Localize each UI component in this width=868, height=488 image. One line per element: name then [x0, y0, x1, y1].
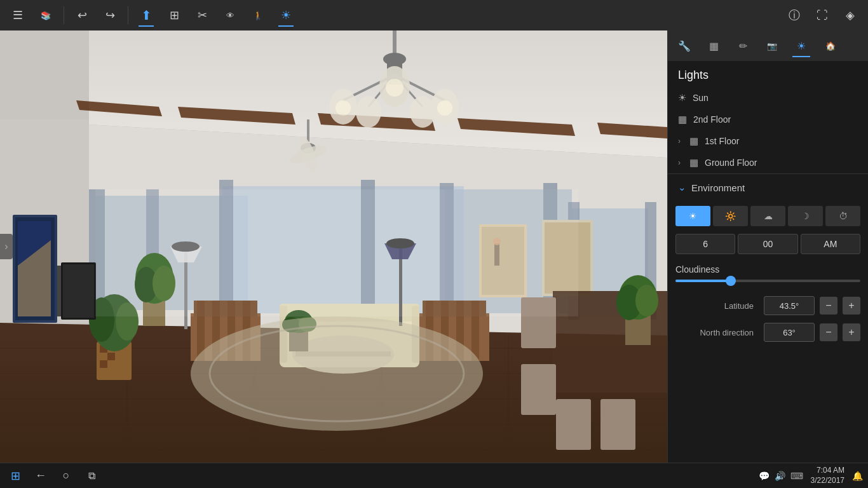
walk-button[interactable]: 🚶 [245, 3, 271, 28]
time-minutes-input[interactable]: 00 [738, 234, 797, 254]
env-moon-icon: ☽ [801, 211, 810, 221]
latitude-row: Latitude 43.5° − + [668, 292, 868, 319]
tab-tools[interactable]: 🔧 [670, 33, 698, 58]
task-view-button[interactable]: ⧉ [81, 466, 102, 486]
svg-rect-35 [393, 30, 397, 56]
tab-home[interactable]: 🏠 [817, 33, 844, 58]
sun-light-label: Sun [693, 93, 858, 103]
north-direction-row: North direction 63° − + [668, 319, 868, 346]
env-clear-icon: ☀ [689, 211, 697, 221]
1st-floor-chevron-icon: › [678, 137, 681, 146]
chat-icon[interactable]: 💬 [759, 471, 770, 481]
svg-point-45 [410, 96, 435, 128]
2nd-floor-light-icon: ▦ [678, 114, 687, 125]
cube-button[interactable]: ◈ [837, 3, 863, 28]
svg-rect-97 [100, 360, 107, 368]
menu-button[interactable]: ☰ [5, 3, 31, 28]
system-clock[interactable]: 7:04 AM 3/22/2017 [811, 466, 844, 485]
environment-section: ⌄ Environment ☀ 🔆 ☁ ☽ [668, 173, 868, 346]
ground-floor-chevron-icon: › [678, 158, 681, 167]
sun-toolbar-icon: ☀ [281, 8, 291, 22]
scissors-icon: ✂ [198, 8, 207, 22]
north-direction-increase-button[interactable]: + [843, 323, 860, 341]
time-ampm-input[interactable]: AM [801, 234, 860, 254]
redo-icon: ↪ [105, 8, 115, 22]
tab-floor[interactable]: ▦ [700, 33, 728, 58]
cloudiness-label: Cloudiness [675, 264, 860, 274]
env-clock-icon: ⏱ [839, 211, 848, 221]
top-toolbar: ☰ 📚 ↩ ↪ ⬆ ⊞ ✂ 👁 🚶 ☀ ⓘ ⛶ ◈ [0, 0, 868, 30]
latitude-increase-button[interactable]: + [843, 297, 860, 315]
redo-button[interactable]: ↪ [97, 3, 123, 28]
taskbar: ⊞ ← ○ ⧉ 💬 🔊 ⌨ 7:04 AM 3/22/2017 🔔 [0, 463, 868, 488]
lights-toolbar-button[interactable]: ☀ [273, 3, 299, 28]
svg-point-116 [191, 316, 483, 431]
info-button[interactable]: ⓘ [782, 3, 807, 28]
eye-button[interactable]: 👁 [217, 3, 243, 28]
grid-button[interactable]: ⊞ [161, 3, 187, 28]
menu-icon: ☰ [13, 8, 23, 22]
svg-point-48 [437, 100, 452, 116]
cloudiness-slider[interactable] [675, 280, 860, 282]
back-button[interactable]: ← [31, 466, 51, 486]
env-sunny-icon: 🔆 [725, 211, 736, 221]
library-button[interactable]: 📚 [33, 3, 58, 28]
viewport[interactable]: › [0, 30, 667, 463]
tab-camera[interactable]: 📷 [758, 33, 786, 58]
clock-date: 3/22/2017 [811, 476, 844, 486]
floor-tab-icon: ▦ [709, 40, 719, 52]
north-direction-input[interactable]: 63° [764, 323, 815, 342]
svg-point-112 [635, 285, 658, 316]
env-cloudy-icon: ☁ [764, 211, 773, 221]
eye-icon: 👁 [226, 11, 234, 20]
notification-icon[interactable]: 🔔 [852, 471, 863, 481]
clock-time: 7:04 AM [811, 466, 844, 476]
svg-rect-118 [95, 189, 578, 316]
1st-floor-light-label: 1st Floor [705, 136, 858, 146]
light-item-ground-floor[interactable]: › ▦ Ground Floor [668, 152, 868, 173]
env-tab-cloudy[interactable]: ☁ [750, 206, 785, 226]
keyboard-icon[interactable]: ⌨ [790, 471, 803, 481]
time-inputs: 6 00 AM [668, 231, 868, 259]
system-tray: 💬 🔊 ⌨ [759, 471, 803, 481]
collapse-left-button[interactable]: › [0, 234, 13, 259]
time-hour-input[interactable]: 6 [675, 234, 735, 254]
cloudiness-section: Cloudiness [668, 259, 868, 292]
environment-header[interactable]: ⌄ Environment [668, 174, 868, 201]
cloudiness-slider-thumb[interactable] [726, 276, 736, 286]
camera-tab-icon: 📷 [767, 41, 777, 51]
left-arrow-icon: › [4, 241, 8, 252]
cortana-button[interactable]: ○ [56, 466, 76, 486]
tab-edit[interactable]: ✏ [729, 33, 757, 58]
light-item-2nd-floor[interactable]: ▦ 2nd Floor [668, 109, 868, 130]
scissors-button[interactable]: ✂ [189, 3, 215, 28]
svg-point-49 [386, 79, 403, 97]
windows-start-button[interactable]: ⊞ [5, 466, 25, 486]
grid-icon: ⊞ [170, 8, 179, 22]
light-item-sun[interactable]: ☀ Sun [668, 87, 868, 109]
room-scene [0, 30, 667, 463]
tab-lights[interactable]: ☀ [787, 33, 815, 58]
edit-tab-icon: ✏ [739, 40, 747, 52]
volume-icon[interactable]: 🔊 [775, 471, 785, 481]
select-button[interactable]: ⬆ [133, 3, 159, 28]
latitude-label: Latitude [675, 301, 754, 311]
expand-icon: ⛶ [817, 9, 828, 22]
windows-icon: ⊞ [11, 469, 20, 483]
1st-floor-light-icon: ▦ [689, 135, 698, 147]
env-tab-sunny[interactable]: 🔆 [713, 206, 748, 226]
svg-rect-113 [57, 266, 61, 316]
lights-section-title: Lights [668, 61, 868, 87]
sun-light-icon: ☀ [678, 92, 686, 104]
latitude-decrease-button[interactable]: − [820, 297, 837, 315]
svg-rect-96 [107, 353, 115, 360]
latitude-input[interactable]: 43.5° [764, 296, 815, 315]
env-tab-clear[interactable]: ☀ [675, 206, 710, 226]
env-tab-moon[interactable]: ☽ [788, 206, 823, 226]
expand-button[interactable]: ⛶ [810, 3, 835, 28]
undo-button[interactable]: ↩ [69, 3, 95, 28]
env-tab-clock[interactable]: ⏱ [825, 206, 860, 226]
library-icon: 📚 [41, 11, 51, 20]
light-item-1st-floor[interactable]: › ▦ 1st Floor [668, 130, 868, 152]
north-direction-decrease-button[interactable]: − [820, 323, 837, 341]
